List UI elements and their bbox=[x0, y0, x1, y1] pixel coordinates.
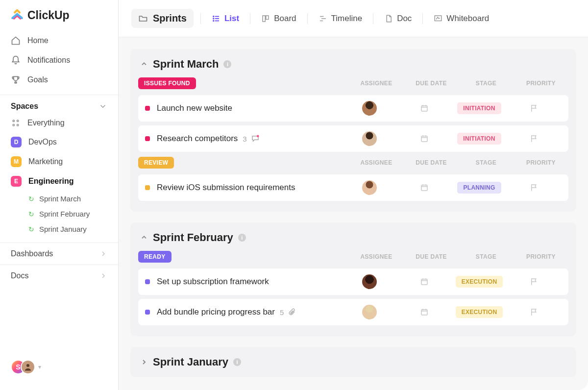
stage-badge[interactable]: EXECUTION bbox=[456, 306, 503, 318]
section-title: Spaces bbox=[11, 102, 38, 111]
svg-point-1 bbox=[17, 120, 19, 122]
view-tab-whiteboard[interactable]: Whiteboard bbox=[430, 11, 493, 26]
spaces-header[interactable]: Spaces bbox=[0, 95, 118, 114]
stage-badge[interactable]: INITIATION bbox=[457, 102, 501, 114]
assignee-avatar[interactable] bbox=[362, 305, 377, 319]
nav-goals[interactable]: Goals bbox=[0, 70, 118, 90]
sidebar-list-sprint-march[interactable]: ↻ Sprint March bbox=[0, 191, 118, 206]
sprint-card: Sprint February i READY ASSIGNEE DUE DAT… bbox=[130, 222, 576, 336]
view-label: Board bbox=[274, 14, 296, 24]
whiteboard-icon bbox=[434, 14, 442, 23]
status-pill[interactable]: ISSUES FOUND bbox=[138, 77, 196, 89]
topbar: Sprints List Board Time bbox=[119, 0, 588, 37]
svg-point-12 bbox=[257, 135, 259, 138]
status-pill[interactable]: READY bbox=[138, 251, 172, 263]
priority-cell[interactable] bbox=[530, 104, 539, 113]
bell-icon bbox=[11, 55, 21, 65]
task-row[interactable]: Set up subscription framework EXECUTION bbox=[138, 268, 568, 295]
sprint-card: Sprint January i bbox=[130, 347, 576, 377]
space-engineering[interactable]: E Engineering bbox=[0, 171, 118, 191]
sidebar-list-sprint-february[interactable]: ↻ Sprint February bbox=[0, 206, 118, 221]
task-row[interactable]: Add bundle pricing progress bar 5 EXECUT… bbox=[138, 299, 568, 325]
space-badge: D bbox=[11, 137, 22, 147]
col-priority: PRIORITY bbox=[514, 80, 568, 87]
space-everything[interactable]: Everything bbox=[0, 114, 118, 132]
view-label: List bbox=[224, 14, 239, 24]
task-row[interactable]: Launch new website INITIATION bbox=[138, 95, 568, 122]
priority-cell[interactable] bbox=[530, 134, 539, 143]
view-label: Doc bbox=[397, 14, 412, 24]
task-attachments[interactable]: 5 bbox=[280, 308, 295, 317]
col-duedate: DUE DATE bbox=[404, 80, 459, 87]
task-title: Launch new website bbox=[157, 103, 232, 113]
board-icon bbox=[261, 14, 270, 23]
nav-dashboards[interactable]: Dashboards bbox=[0, 243, 118, 265]
trophy-icon bbox=[11, 75, 21, 85]
folder-chip[interactable]: Sprints bbox=[131, 9, 194, 28]
divider bbox=[422, 13, 423, 24]
col-stage: STAGE bbox=[459, 159, 514, 166]
stage-badge[interactable]: EXECUTION bbox=[456, 276, 503, 288]
collapse-toggle[interactable] bbox=[140, 234, 148, 242]
svg-point-7 bbox=[213, 20, 214, 21]
space-badge: E bbox=[11, 176, 22, 187]
due-date-cell[interactable] bbox=[420, 104, 429, 113]
due-date-cell[interactable] bbox=[420, 308, 429, 317]
sidebar-list-sprint-january[interactable]: ↻ Sprint January bbox=[0, 221, 118, 237]
svg-rect-11 bbox=[421, 106, 427, 111]
priority-cell[interactable] bbox=[530, 183, 539, 192]
col-priority: PRIORITY bbox=[514, 159, 568, 166]
view-label: Timeline bbox=[331, 14, 363, 24]
workspace-switcher[interactable]: S bbox=[11, 360, 35, 374]
space-label: Everything bbox=[27, 119, 65, 127]
info-icon[interactable]: i bbox=[238, 234, 246, 242]
status-pill[interactable]: REVIEW bbox=[138, 157, 174, 169]
col-stage: STAGE bbox=[459, 80, 514, 87]
priority-cell[interactable] bbox=[530, 308, 539, 317]
sprint-title: Sprint January bbox=[153, 356, 228, 368]
folder-name: Sprints bbox=[153, 13, 187, 24]
view-tab-board[interactable]: Board bbox=[257, 11, 300, 26]
chevron-right-icon bbox=[99, 272, 107, 280]
info-icon[interactable]: i bbox=[223, 60, 231, 68]
due-date-cell[interactable] bbox=[420, 277, 429, 286]
space-badge: M bbox=[11, 156, 22, 167]
assignee-avatar[interactable] bbox=[362, 180, 377, 195]
task-row[interactable]: Review iOS submission requirements PLANN… bbox=[138, 174, 568, 201]
stage-badge[interactable]: INITIATION bbox=[457, 133, 501, 145]
nav-docs[interactable]: Docs bbox=[0, 265, 118, 287]
home-icon bbox=[11, 36, 21, 46]
view-tab-timeline[interactable]: Timeline bbox=[315, 11, 367, 26]
task-row[interactable]: Research competitors 3 INITIATION bbox=[138, 125, 568, 152]
space-label: Marketing bbox=[28, 157, 63, 166]
brand-logo[interactable]: ClickUp bbox=[0, 9, 118, 31]
status-dot bbox=[145, 279, 150, 284]
assignee-avatar[interactable] bbox=[362, 131, 377, 146]
nav-home[interactable]: Home bbox=[0, 31, 118, 50]
priority-cell[interactable] bbox=[530, 277, 539, 286]
nav-notifications[interactable]: Notifications bbox=[0, 50, 118, 70]
list-label: Sprint February bbox=[39, 210, 90, 218]
task-comments[interactable]: 3 bbox=[243, 134, 259, 143]
col-duedate: DUE DATE bbox=[404, 253, 459, 260]
due-date-cell[interactable] bbox=[420, 183, 429, 192]
status-group: REVIEW ASSIGNEE DUE DATE STAGE PRIORITY … bbox=[138, 157, 568, 201]
menu-label: Dashboards bbox=[11, 249, 53, 258]
view-tab-list[interactable]: List bbox=[208, 11, 243, 26]
assignee-avatar[interactable] bbox=[362, 274, 377, 289]
space-devops[interactable]: D DevOps bbox=[0, 132, 118, 152]
collapse-toggle[interactable] bbox=[140, 60, 148, 68]
assignee-avatar[interactable] bbox=[362, 101, 377, 116]
main: Sprints List Board Time bbox=[119, 0, 588, 390]
due-date-cell[interactable] bbox=[420, 134, 429, 143]
view-tab-doc[interactable]: Doc bbox=[380, 11, 416, 26]
stage-badge[interactable]: PLANNING bbox=[457, 182, 501, 194]
list-icon bbox=[212, 14, 220, 23]
space-marketing[interactable]: M Marketing bbox=[0, 152, 118, 171]
caret-down-icon[interactable]: ▾ bbox=[38, 364, 41, 370]
sprint-title: Sprint February bbox=[153, 231, 233, 244]
col-assignee: ASSIGNEE bbox=[349, 253, 404, 260]
nav-label: Notifications bbox=[27, 56, 70, 65]
collapse-toggle[interactable] bbox=[140, 358, 148, 366]
info-icon[interactable]: i bbox=[233, 358, 241, 366]
